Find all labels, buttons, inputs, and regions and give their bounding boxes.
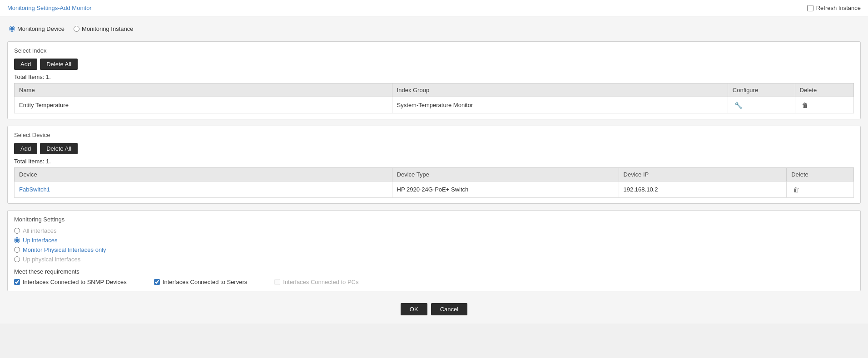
col-header-device-type: Device Type — [392, 168, 619, 181]
device-row-type: HP 2920-24G-PoE+ Switch — [392, 181, 619, 198]
select-index-section: Select Index Add Delete All Total Items:… — [7, 41, 861, 119]
monitoring-type-radio-group: Monitoring Device Monitoring Instance — [7, 22, 861, 36]
monitor-physical-option: Monitor Physical Interfaces only — [14, 246, 854, 253]
device-row-ip: 192.168.10.2 — [619, 181, 787, 198]
device-row-name: FabSwitch1 — [15, 181, 392, 198]
requirements-checkboxes: Interfaces Connected to SNMP Devices Int… — [14, 279, 854, 285]
col-header-index-group: Index Group — [392, 83, 728, 97]
up-interfaces-option: Up interfaces — [14, 237, 854, 244]
footer-buttons: OK Cancel — [7, 298, 861, 318]
select-device-delete-all-button[interactable]: Delete All — [40, 143, 78, 154]
index-row-group: System-Temperature Monitor — [392, 97, 728, 113]
select-index-header-row: Name Index Group Configure Delete — [15, 83, 854, 97]
col-header-delete: Delete — [795, 83, 853, 97]
all-interfaces-option: All interfaces — [14, 227, 854, 234]
select-device-section: Select Device Add Delete All Total Items… — [7, 126, 861, 204]
monitoring-instance-radio-label[interactable]: Monitoring Instance — [74, 25, 133, 32]
refresh-instance-container: Refresh Instance — [807, 5, 861, 11]
trash-icon — [802, 101, 808, 109]
device-delete-button[interactable] — [791, 185, 801, 194]
snmp-devices-checkbox[interactable] — [14, 279, 20, 285]
snmp-devices-checkbox-item: Interfaces Connected to SNMP Devices — [14, 279, 127, 285]
up-interfaces-radio[interactable] — [14, 237, 20, 243]
col-header-device: Device — [15, 168, 392, 181]
table-row: Entity Temperature System-Temperature Mo… — [15, 97, 854, 113]
device-link[interactable]: FabSwitch1 — [19, 186, 50, 193]
select-device-total: Total Items: 1. — [14, 158, 854, 165]
monitor-physical-label: Monitor Physical Interfaces only — [23, 246, 106, 253]
select-device-title: Select Device — [14, 132, 854, 138]
monitoring-device-radio[interactable] — [9, 26, 15, 32]
monitoring-settings-title: Monitoring Settings — [14, 216, 854, 223]
up-interfaces-label: Up interfaces — [23, 237, 58, 244]
monitoring-instance-radio[interactable] — [74, 26, 79, 32]
all-interfaces-radio[interactable] — [14, 228, 20, 234]
requirements-label: Meet these requirements — [14, 268, 854, 275]
monitoring-device-label: Monitoring Device — [17, 25, 64, 32]
cancel-button[interactable]: Cancel — [431, 303, 467, 315]
select-device-add-button[interactable]: Add — [14, 143, 37, 154]
select-index-add-button[interactable]: Add — [14, 59, 37, 70]
monitoring-settings-section: Monitoring Settings All interfaces Up in… — [7, 210, 861, 291]
wrench-icon — [734, 101, 742, 109]
index-row-name: Entity Temperature — [15, 97, 392, 113]
select-device-buttons: Add Delete All — [14, 143, 854, 154]
up-physical-radio[interactable] — [14, 256, 20, 262]
index-row-delete — [795, 97, 853, 113]
select-index-title: Select Index — [14, 47, 854, 54]
up-physical-label: Up physical interfaces — [23, 256, 80, 263]
monitor-physical-radio[interactable] — [14, 247, 20, 253]
servers-label: Interfaces Connected to Servers — [163, 279, 247, 285]
configure-button[interactable] — [733, 100, 744, 110]
index-row-configure — [728, 97, 795, 113]
select-device-table: Device Device Type Device IP Delete FabS… — [14, 167, 854, 198]
col-header-name: Name — [15, 83, 392, 97]
col-header-device-delete: Delete — [787, 168, 854, 181]
trash-icon-2 — [793, 186, 799, 193]
snmp-devices-label: Interfaces Connected to SNMP Devices — [23, 279, 127, 285]
table-row: FabSwitch1 HP 2920-24G-PoE+ Switch 192.1… — [15, 181, 854, 198]
select-index-buttons: Add Delete All — [14, 59, 854, 70]
page-title: Monitoring Settings-Add Monitor — [7, 5, 92, 11]
refresh-instance-checkbox[interactable] — [807, 5, 813, 11]
select-index-total: Total Items: 1. — [14, 74, 854, 80]
pcs-checkbox-item: Interfaces Connected to PCs — [274, 279, 358, 285]
pcs-checkbox[interactable] — [274, 279, 280, 285]
select-index-delete-all-button[interactable]: Delete All — [40, 59, 78, 70]
page-content: Monitoring Device Monitoring Instance Se… — [0, 16, 868, 324]
monitoring-instance-label: Monitoring Instance — [82, 25, 133, 32]
index-delete-button[interactable] — [800, 100, 810, 110]
servers-checkbox[interactable] — [154, 279, 160, 285]
device-row-delete — [787, 181, 854, 198]
col-header-configure: Configure — [728, 83, 795, 97]
select-index-table: Name Index Group Configure Delete Entity… — [14, 83, 854, 113]
interface-radio-options: All interfaces Up interfaces Monitor Phy… — [14, 227, 854, 263]
page-header: Monitoring Settings-Add Monitor Refresh … — [0, 0, 868, 16]
ok-button[interactable]: OK — [401, 303, 427, 315]
up-physical-option: Up physical interfaces — [14, 256, 854, 263]
select-device-header-row: Device Device Type Device IP Delete — [15, 168, 854, 181]
all-interfaces-label: All interfaces — [23, 227, 56, 234]
col-header-device-ip: Device IP — [619, 168, 787, 181]
monitoring-device-radio-label[interactable]: Monitoring Device — [9, 25, 64, 32]
servers-checkbox-item: Interfaces Connected to Servers — [154, 279, 247, 285]
refresh-instance-label: Refresh Instance — [816, 5, 861, 11]
pcs-label: Interfaces Connected to PCs — [283, 279, 358, 285]
